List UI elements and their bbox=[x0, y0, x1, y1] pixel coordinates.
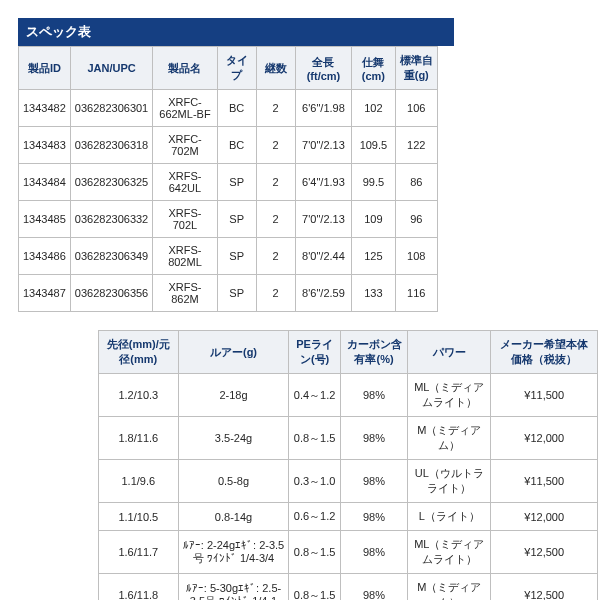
col-header: メーカー希望本体価格（税抜） bbox=[491, 331, 598, 374]
cell: BC bbox=[217, 127, 256, 164]
cell: ¥11,500 bbox=[491, 460, 598, 503]
cell: 98% bbox=[340, 574, 407, 601]
cell: 036282306349 bbox=[70, 238, 152, 275]
col-header: PEライン(号) bbox=[289, 331, 340, 374]
cell: 99.5 bbox=[352, 164, 395, 201]
cell: UL（ウルトラライト） bbox=[408, 460, 491, 503]
cell: 0.5-8g bbox=[178, 460, 289, 503]
col-header: 製品ID bbox=[19, 47, 71, 90]
cell: 1343485 bbox=[19, 201, 71, 238]
cell: 036282306301 bbox=[70, 90, 152, 127]
cell: 116 bbox=[395, 275, 437, 312]
cell: XRFS-802ML bbox=[153, 238, 217, 275]
cell: 036282306356 bbox=[70, 275, 152, 312]
cell: 98% bbox=[340, 531, 407, 574]
table-row: 1343485036282306332XRFS-702LSP27'0"/2.13… bbox=[19, 201, 438, 238]
col-header: ルアー(g) bbox=[178, 331, 289, 374]
cell: 109 bbox=[352, 201, 395, 238]
cell: M（ミディアム） bbox=[408, 574, 491, 601]
cell: 98% bbox=[340, 503, 407, 531]
table-row: 1.8/11.63.5-24g0.8～1.598%M（ミディアム）¥12,000 bbox=[99, 417, 598, 460]
cell: 6'6"/1.98 bbox=[295, 90, 352, 127]
spec-section: スペック表 製品IDJAN/UPC製品名タイプ継数全長(ft/cm)仕舞(cm)… bbox=[18, 18, 582, 312]
table-row: 1.1/10.50.8-14g0.6～1.298%L（ライト）¥12,000 bbox=[99, 503, 598, 531]
cell: 1343486 bbox=[19, 238, 71, 275]
cell: ML（ミディアムライト） bbox=[408, 374, 491, 417]
cell: 2-18g bbox=[178, 374, 289, 417]
cell: M（ミディアム） bbox=[408, 417, 491, 460]
col-header: 仕舞(cm) bbox=[352, 47, 395, 90]
cell: 2 bbox=[256, 127, 295, 164]
col-header: 先径(mm)/元径(mm) bbox=[99, 331, 179, 374]
cell: XRFC-662ML-BF bbox=[153, 90, 217, 127]
cell: ﾙｱｰ: 5-30gｴｷﾞ: 2.5-3.5号 ﾜｲﾝﾄﾞ 1/4-1 bbox=[178, 574, 289, 601]
cell: 2 bbox=[256, 201, 295, 238]
cell: 102 bbox=[352, 90, 395, 127]
cell: BC bbox=[217, 90, 256, 127]
cell: 1.1/9.6 bbox=[99, 460, 179, 503]
cell: SP bbox=[217, 201, 256, 238]
col-header: 製品名 bbox=[153, 47, 217, 90]
cell: 0.6～1.2 bbox=[289, 503, 340, 531]
cell: 1.1/10.5 bbox=[99, 503, 179, 531]
cell: 0.8～1.5 bbox=[289, 417, 340, 460]
cell: 2 bbox=[256, 164, 295, 201]
cell: 0.3～1.0 bbox=[289, 460, 340, 503]
table-row: 1.1/9.60.5-8g0.3～1.098%UL（ウルトラライト）¥11,50… bbox=[99, 460, 598, 503]
col-header: タイプ bbox=[217, 47, 256, 90]
cell: 133 bbox=[352, 275, 395, 312]
cell: XRFS-862M bbox=[153, 275, 217, 312]
cell: 0.8～1.5 bbox=[289, 574, 340, 601]
cell: 108 bbox=[395, 238, 437, 275]
table-row: 1343487036282306356XRFS-862MSP28'6"/2.59… bbox=[19, 275, 438, 312]
cell: 7'0"/2.13 bbox=[295, 127, 352, 164]
cell: 98% bbox=[340, 374, 407, 417]
cell: XRFS-702L bbox=[153, 201, 217, 238]
cell: 0.8-14g bbox=[178, 503, 289, 531]
cell: 3.5-24g bbox=[178, 417, 289, 460]
table-row: 1.6/11.8ﾙｱｰ: 5-30gｴｷﾞ: 2.5-3.5号 ﾜｲﾝﾄﾞ 1/… bbox=[99, 574, 598, 601]
cell: SP bbox=[217, 164, 256, 201]
cell: 0.4～1.2 bbox=[289, 374, 340, 417]
cell: 1.2/10.3 bbox=[99, 374, 179, 417]
cell: 98% bbox=[340, 417, 407, 460]
spec-table-1: 製品IDJAN/UPC製品名タイプ継数全長(ft/cm)仕舞(cm)標準自重(g… bbox=[18, 46, 438, 312]
cell: ¥12,000 bbox=[491, 417, 598, 460]
col-header: JAN/UPC bbox=[70, 47, 152, 90]
cell: 1.6/11.7 bbox=[99, 531, 179, 574]
cell: ¥11,500 bbox=[491, 374, 598, 417]
cell: 2 bbox=[256, 275, 295, 312]
col-header: パワー bbox=[408, 331, 491, 374]
cell: ¥12,500 bbox=[491, 574, 598, 601]
section-title: スペック表 bbox=[18, 18, 454, 46]
cell: XRFS-642UL bbox=[153, 164, 217, 201]
cell: 6'4"/1.93 bbox=[295, 164, 352, 201]
cell: 036282306325 bbox=[70, 164, 152, 201]
table-row: 1343482036282306301XRFC-662ML-BFBC26'6"/… bbox=[19, 90, 438, 127]
cell: 2 bbox=[256, 238, 295, 275]
cell: 8'6"/2.59 bbox=[295, 275, 352, 312]
cell: 109.5 bbox=[352, 127, 395, 164]
cell: L（ライト） bbox=[408, 503, 491, 531]
cell: ¥12,500 bbox=[491, 531, 598, 574]
cell: 122 bbox=[395, 127, 437, 164]
cell: 125 bbox=[352, 238, 395, 275]
cell: 1343484 bbox=[19, 164, 71, 201]
cell: 036282306318 bbox=[70, 127, 152, 164]
table-row: 1343483036282306318XRFC-702MBC27'0"/2.13… bbox=[19, 127, 438, 164]
cell: 2 bbox=[256, 90, 295, 127]
cell: 98% bbox=[340, 460, 407, 503]
col-header: 全長(ft/cm) bbox=[295, 47, 352, 90]
col-header: カーボン含有率(%) bbox=[340, 331, 407, 374]
cell: 1343487 bbox=[19, 275, 71, 312]
table-row: 1343484036282306325XRFS-642ULSP26'4"/1.9… bbox=[19, 164, 438, 201]
cell: 86 bbox=[395, 164, 437, 201]
cell: 1.6/11.8 bbox=[99, 574, 179, 601]
cell: 96 bbox=[395, 201, 437, 238]
cell: 106 bbox=[395, 90, 437, 127]
cell: 1.8/11.6 bbox=[99, 417, 179, 460]
cell: 7'0"/2.13 bbox=[295, 201, 352, 238]
spec-table-2-wrap: 先径(mm)/元径(mm)ルアー(g)PEライン(号)カーボン含有率(%)パワー… bbox=[98, 330, 582, 600]
cell: 036282306332 bbox=[70, 201, 152, 238]
cell: 1343482 bbox=[19, 90, 71, 127]
